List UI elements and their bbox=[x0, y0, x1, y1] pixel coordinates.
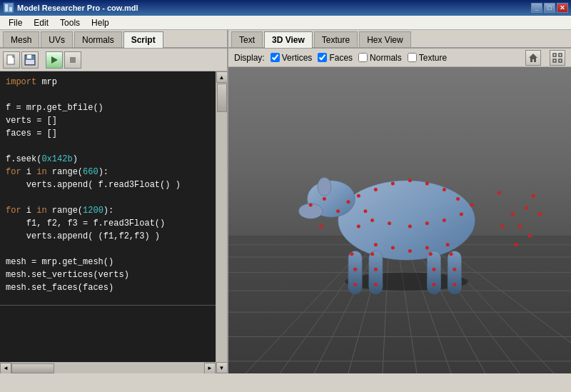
tab-normals[interactable]: Normals bbox=[74, 31, 122, 47]
minimize-button[interactable]: _ bbox=[531, 3, 542, 13]
title-icon bbox=[3, 2, 14, 14]
window-controls: _ □ ✕ bbox=[531, 3, 568, 13]
hscroll-thumb[interactable] bbox=[11, 363, 54, 373]
window-title: Model Researcher Pro - cow.mdl bbox=[17, 4, 531, 12]
title-bar: Model Researcher Pro - cow.mdl _ □ ✕ bbox=[0, 0, 571, 16]
normals-checkbox[interactable] bbox=[358, 53, 368, 62]
close-button[interactable]: ✕ bbox=[557, 3, 568, 13]
bottom-subpanel bbox=[0, 305, 216, 362]
svg-point-35 bbox=[338, 181, 475, 261]
menu-file[interactable]: File bbox=[3, 16, 28, 29]
left-panel: Mesh UVs Normals Script imp bbox=[0, 30, 228, 373]
menu-tools[interactable]: Tools bbox=[54, 16, 86, 29]
svg-point-78 bbox=[450, 252, 453, 256]
svg-point-64 bbox=[374, 243, 378, 246]
svg-point-70 bbox=[353, 268, 357, 271]
svg-point-84 bbox=[518, 225, 522, 228]
normals-option[interactable]: Normals bbox=[358, 53, 402, 63]
svg-point-49 bbox=[364, 209, 368, 213]
svg-point-56 bbox=[456, 197, 460, 201]
menu-bar: File Edit Tools Help bbox=[0, 16, 571, 30]
svg-point-55 bbox=[443, 188, 446, 191]
svg-point-75 bbox=[429, 252, 433, 256]
svg-rect-5 bbox=[27, 55, 31, 59]
svg-point-68 bbox=[446, 243, 450, 246]
svg-point-43 bbox=[336, 209, 340, 213]
svg-point-61 bbox=[443, 218, 446, 222]
svg-point-89 bbox=[515, 243, 518, 246]
texture-option[interactable]: Texture bbox=[408, 53, 447, 63]
svg-point-79 bbox=[453, 268, 456, 271]
vertices-option[interactable]: Vertices bbox=[271, 53, 313, 63]
svg-point-66 bbox=[408, 249, 412, 253]
stop-button[interactable] bbox=[64, 51, 81, 69]
viewport-3d[interactable] bbox=[228, 67, 571, 373]
view-tab-text[interactable]: Text bbox=[231, 31, 263, 47]
svg-point-42 bbox=[318, 177, 331, 196]
svg-rect-38 bbox=[348, 251, 362, 293]
script-area: import mrp f = mrp.get_bfile() verts = [… bbox=[0, 71, 216, 373]
left-tabs: Mesh UVs Normals Script bbox=[0, 30, 227, 49]
maximize-button[interactable]: □ bbox=[544, 3, 555, 13]
svg-point-74 bbox=[374, 283, 378, 286]
svg-point-83 bbox=[501, 225, 505, 228]
svg-point-50 bbox=[357, 225, 360, 228]
frame-button[interactable] bbox=[550, 50, 565, 66]
tab-uvs[interactable]: UVs bbox=[41, 31, 73, 47]
svg-rect-12 bbox=[553, 59, 556, 62]
svg-rect-10 bbox=[553, 54, 556, 56]
vscroll-down[interactable]: ▼ bbox=[216, 362, 228, 373]
svg-point-48 bbox=[357, 194, 360, 198]
svg-point-88 bbox=[528, 233, 532, 237]
svg-point-73 bbox=[374, 268, 378, 271]
view-tab-hex[interactable]: Hex View bbox=[359, 31, 410, 47]
menu-edit[interactable]: Edit bbox=[28, 16, 54, 29]
vscroll-thumb[interactable] bbox=[217, 84, 227, 112]
svg-marker-9 bbox=[529, 54, 537, 62]
svg-point-51 bbox=[374, 188, 378, 191]
svg-point-59 bbox=[408, 225, 412, 228]
vscroll-track bbox=[216, 83, 228, 362]
display-bar: Display: Vertices Faces Normals Texture bbox=[228, 49, 571, 67]
view-tab-3d[interactable]: 3D View bbox=[264, 31, 313, 48]
hscroll-left[interactable]: ◄ bbox=[0, 363, 11, 374]
tab-script[interactable]: Script bbox=[123, 31, 163, 48]
faces-option[interactable]: Faces bbox=[318, 53, 353, 63]
svg-point-60 bbox=[425, 221, 429, 225]
svg-rect-13 bbox=[559, 59, 562, 62]
vscroll-up[interactable]: ▲ bbox=[216, 71, 228, 83]
main-content: Mesh UVs Normals Script imp bbox=[0, 30, 571, 373]
svg-point-58 bbox=[388, 221, 391, 225]
svg-rect-6 bbox=[26, 60, 34, 64]
script-editor[interactable]: import mrp f = mrp.get_bfile() verts = [… bbox=[0, 71, 216, 305]
normals-label: Normals bbox=[370, 53, 402, 63]
svg-point-72 bbox=[370, 252, 374, 256]
script-layout: import mrp f = mrp.get_bfile() verts = [… bbox=[0, 71, 227, 373]
save-button[interactable] bbox=[21, 51, 39, 69]
svg-point-86 bbox=[532, 194, 535, 198]
svg-point-53 bbox=[408, 179, 412, 182]
run-button[interactable] bbox=[46, 51, 63, 69]
svg-point-71 bbox=[353, 283, 357, 286]
new-button[interactable] bbox=[3, 51, 20, 69]
vertices-checkbox[interactable] bbox=[271, 53, 280, 62]
svg-rect-2 bbox=[9, 7, 12, 11]
menu-help[interactable]: Help bbox=[86, 16, 115, 29]
view-tabs: Text 3D View Texture Hex View bbox=[228, 30, 571, 49]
svg-point-47 bbox=[347, 200, 350, 203]
svg-point-45 bbox=[309, 203, 313, 207]
svg-point-77 bbox=[433, 283, 436, 286]
svg-point-62 bbox=[460, 212, 463, 216]
view-tab-texture[interactable]: Texture bbox=[314, 31, 358, 47]
faces-checkbox[interactable] bbox=[318, 53, 327, 62]
svg-point-69 bbox=[350, 252, 353, 256]
svg-point-76 bbox=[433, 268, 436, 271]
hscroll-right[interactable]: ► bbox=[204, 363, 216, 374]
texture-checkbox[interactable] bbox=[408, 53, 417, 62]
tab-mesh[interactable]: Mesh bbox=[3, 31, 39, 47]
display-label: Display: bbox=[234, 53, 265, 63]
svg-rect-39 bbox=[369, 251, 383, 293]
svg-point-82 bbox=[511, 212, 515, 216]
svg-marker-7 bbox=[51, 56, 58, 64]
home-view-button[interactable] bbox=[525, 50, 541, 66]
